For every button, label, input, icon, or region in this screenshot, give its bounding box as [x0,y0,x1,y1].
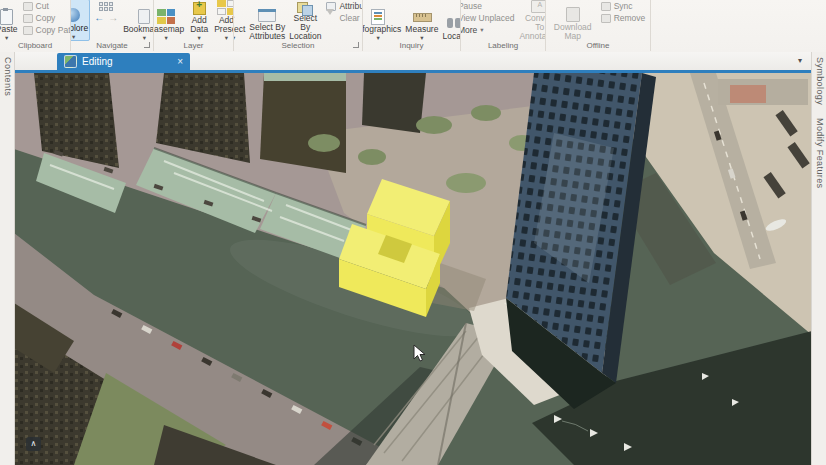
cut-button[interactable]: Cut [23,0,71,12]
convert-to-annotation-icon: A [531,0,546,13]
download-map-icon [564,7,582,22]
bookmarks-button[interactable]: Bookmarks ▾ [122,0,154,41]
paste-icon [0,9,16,24]
copy-path-icon [23,26,33,35]
explore-button[interactable]: Explore ▾ [71,0,90,41]
ribbon: Paste ▾ Cut Copy Copy Path Clipboard [0,0,826,53]
locate-button[interactable]: Locate [441,0,461,41]
next-extent-button[interactable]: → [108,13,118,23]
tab-overflow-arrow[interactable]: ▾ [798,56,802,65]
remove-button[interactable]: Remove [601,12,646,24]
copy-path-button[interactable]: Copy Path [23,24,71,36]
pause-labeling-button[interactable]: Pause [461,0,514,12]
bookmarks-icon [135,9,153,24]
pane-tab-contents[interactable]: Contents [1,52,14,104]
select-button[interactable]: Select ▾ [234,0,246,41]
sync-icon [601,2,611,11]
remove-icon [601,14,611,23]
ribbon-group-navigate: Explore ▾ ← → Bookmarks ▾ Navigate [71,0,154,51]
add-preset-button[interactable]: Add Preset ▾ [213,0,234,41]
ribbon-group-offline: Download Map Sync Remove Offline [546,0,651,51]
cut-icon [23,2,33,11]
selection-group-label: Selection [234,41,362,51]
inquiry-group-label: Inquiry [363,41,460,51]
select-by-attributes-button[interactable]: Select By Attributes [248,0,286,41]
convert-to-annotation-button[interactable]: A Convert To Annotation [518,0,546,41]
left-pane-strip: Contents [0,52,15,465]
basemap-icon [157,9,175,24]
tab-editing-label: Editing [82,56,113,67]
add-data-icon: + [190,0,208,15]
navigate-group-label: Navigate [71,41,153,51]
locate-icon [446,16,461,31]
navigator-expand-button[interactable]: ∧ [26,437,41,451]
tab-close-icon[interactable]: × [177,57,183,67]
view-unplaced-button[interactable]: View Unplaced [461,12,514,24]
select-by-attributes-icon [258,7,276,22]
previous-extent-button[interactable]: ← [94,13,104,23]
view-tab-bar: Editing × ▾ [14,52,812,70]
pane-tab-modify-features[interactable]: Modify Features [813,113,826,197]
dropdown-arrow-icon: ▾ [72,34,75,40]
sync-button[interactable]: Sync [601,0,646,12]
ribbon-group-clipboard: Paste ▾ Cut Copy Copy Path Clipboard [0,0,71,51]
scene-icon [64,55,77,68]
paste-label: Paste [0,25,18,34]
pane-tab-symbology[interactable]: Symbology [813,52,826,113]
map-view[interactable] [14,73,812,465]
ribbon-group-labeling: Pause View Unplaced More ▾ A Convert To … [461,0,546,51]
select-icon [234,9,243,24]
download-map-button[interactable]: Download Map [551,0,595,41]
tab-editing[interactable]: Editing × [57,53,190,70]
clipboard-group-label: Clipboard [0,41,70,51]
chevron-up-icon: ∧ [31,439,37,448]
ribbon-group-inquiry: Infographics ▾ Measure ▾ Locate Inquiry [363,0,461,51]
layer-group-label: Layer [154,41,233,51]
select-by-location-icon [296,0,314,13]
copy-button[interactable]: Copy [23,12,71,24]
add-data-button[interactable]: + Add Data ▾ [189,0,209,41]
ribbon-group-selection: Select ▾ Select By Attributes Select By … [234,0,363,51]
copy-icon [23,14,33,23]
explore-icon [71,8,83,23]
fixed-zoom-buttons[interactable] [99,2,113,11]
paste-button[interactable]: Paste ▾ [0,0,19,41]
infographics-button[interactable]: Infographics ▾ [363,0,402,41]
infographics-icon [369,9,387,24]
offline-group-label: Offline [546,41,650,51]
dropdown-arrow-icon: ▾ [480,24,483,36]
clear-icon [326,14,336,23]
basemap-button[interactable]: Basemap ▾ [154,0,185,41]
clear-button[interactable]: Clear [326,12,363,24]
more-labeling-button[interactable]: More ▾ [461,24,514,36]
select-by-location-button[interactable]: Select By Location [288,0,322,41]
measure-button[interactable]: Measure ▾ [404,0,439,41]
ribbon-group-layer: Basemap ▾ + Add Data ▾ Add Preset ▾ Laye… [154,0,234,51]
right-pane-strip: Symbology Modify Features [811,52,826,465]
measure-icon [413,9,431,24]
labeling-group-label: Labeling [461,41,545,51]
add-preset-icon [217,0,234,15]
